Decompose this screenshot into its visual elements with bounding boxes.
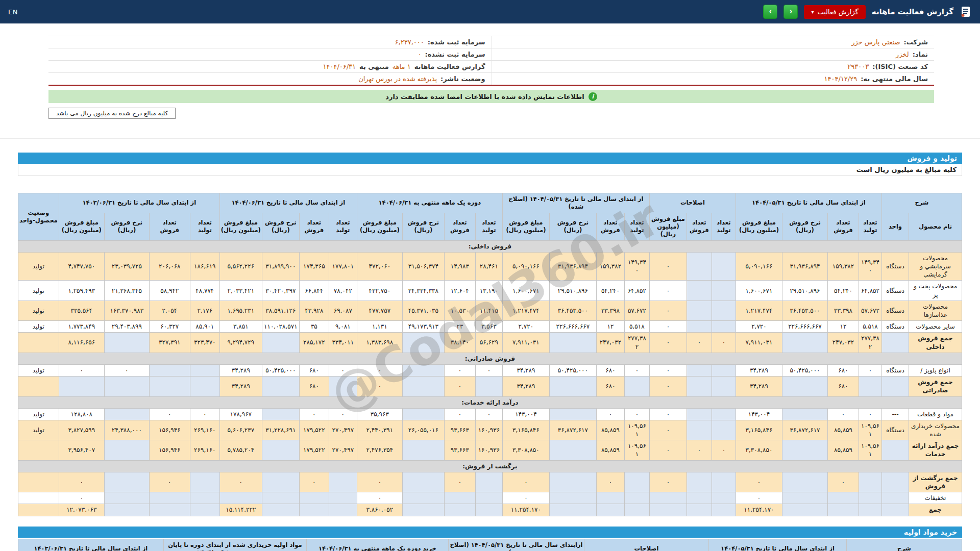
product-name-cell: جمع درآمد ارائه خدمات — [909, 440, 962, 460]
value-cell: ۲,۷۲۰ — [502, 321, 549, 333]
value-cell: ۲۷۷,۳۸۲ — [624, 333, 649, 353]
value-cell: ۶۹,۰۸۷ — [329, 300, 357, 320]
value-cell: ۵,۶۰۶,۲۳۷ — [219, 420, 262, 440]
value-cell: ۵۴,۲۴۰ — [827, 281, 859, 300]
table-row: جمع۱۱,۲۵۴,۱۷۰۱۱,۲۵۴,۱۷۰۳,۸۶۰,۰۵۲۱۵,۱۱۴,۲… — [18, 504, 962, 516]
value-cell: ۲۴۷,۰۳۲ — [596, 333, 624, 353]
report-type-button[interactable]: گزارش فعالیت ▾ — [804, 5, 865, 19]
value-cell: ۳۴,۲۸۹ — [502, 364, 549, 376]
header-cell: از ابتدای سال مالی تا تاریخ ۱۴۰۳/۰۶/۳۱ — [18, 539, 163, 551]
prev-report-button[interactable]: ‹ — [783, 5, 798, 19]
page-title: گزارش فعالیت ماهانه — [872, 7, 953, 16]
header-cell: شرح — [846, 539, 962, 551]
value-cell: ۱۶۳,۳۷۰,۹۸۳ — [104, 300, 149, 320]
value-cell — [712, 420, 736, 440]
header-cell: مبلغ فروش (میلیون ریال) — [736, 213, 782, 240]
value-cell — [549, 333, 596, 353]
header-cell: تعداد تولید — [190, 213, 219, 240]
info-label: نماد: — [913, 51, 928, 58]
value-cell: ۰ — [596, 472, 624, 492]
page-divider — [0, 138, 980, 139]
table-row: جمع درآمد ارائه خدمات۱۰۹,۵۶۱۸۵,۸۵۹۳,۳۰۸,… — [18, 440, 962, 460]
info-value: ۲۹۳۰۰۳ — [847, 63, 869, 70]
status-cell — [18, 333, 59, 353]
header-cell: تعداد فروش — [299, 213, 329, 240]
report-icon — [960, 6, 972, 18]
value-cell — [475, 492, 502, 504]
value-cell — [190, 364, 219, 376]
value-cell: ۳۱,۹۳۶,۸۹۴ — [549, 252, 596, 281]
value-cell: ۲۶,۰۵۵,۰۱۶ — [402, 420, 444, 440]
header-cell: تعداد فروش — [149, 213, 190, 240]
value-cell — [104, 333, 149, 353]
header-cell: تعداد تولید — [329, 213, 357, 240]
value-cell: ۱۰۹,۵۶۱ — [859, 420, 881, 440]
value-cell: ۳۸,۱۴۰ — [444, 333, 475, 353]
status-cell — [18, 504, 59, 516]
value-cell: ۰ — [649, 440, 687, 460]
value-cell — [549, 408, 596, 420]
value-cell: ۵,۰۹۰,۱۶۶ — [736, 252, 782, 281]
status-cell — [18, 440, 59, 460]
value-cell: ۱,۳۸۳,۶۹۸ — [357, 333, 402, 353]
value-cell: ۱۱,۲۵۴,۱۷۰ — [736, 504, 782, 516]
value-cell: ۰ — [827, 408, 859, 420]
info-value: پذيرفته شده در بورس تهران — [358, 75, 437, 83]
value-cell: ۴۷۲,۰۶۰ — [357, 252, 402, 281]
value-cell: ۵,۵۱۸ — [859, 321, 881, 333]
language-toggle[interactable]: EN — [8, 8, 18, 16]
value-cell: ۱۷۹,۵۲۲ — [299, 440, 329, 460]
product-name-cell: محصولات پخت و پز — [909, 281, 962, 300]
value-cell: ۱,۲۱۷,۴۷۴ — [736, 300, 782, 320]
status-cell: تولید — [18, 321, 59, 333]
value-cell: ۳,۳۰۸,۸۵۰ — [736, 440, 782, 460]
value-cell: ۲۲۶,۶۶۶,۶۶۷ — [549, 321, 596, 333]
value-cell: ۰ — [299, 408, 329, 420]
value-cell: ۰ — [649, 300, 687, 320]
value-cell: ۲۸۵,۱۷۲ — [299, 333, 329, 353]
product-name-cell: جمع فروش داخلی — [909, 333, 962, 353]
value-cell: ۲,۰۵۴ — [149, 300, 190, 320]
table-row: جمع برگشت از فروش۰۰۰۰۰۰۰۰۰۰۰ — [18, 472, 962, 492]
value-cell — [687, 420, 712, 440]
status-cell: تولید — [18, 300, 59, 320]
value-cell: ۱۵۹,۳۸۲ — [827, 252, 859, 281]
unit-cell: دستگاه — [881, 420, 909, 440]
value-cell — [262, 504, 299, 516]
value-cell: ۰ — [59, 364, 104, 376]
value-cell: ۲۱,۳۶۸,۳۴۵ — [104, 281, 149, 300]
value-cell — [782, 408, 827, 420]
value-cell — [712, 377, 736, 396]
value-cell — [149, 377, 190, 396]
value-cell: ۵,۵۶۲,۲۲۶ — [219, 252, 262, 281]
header-cell: مواد اولیه خریداری شده از ابتدای دوره تا… — [163, 539, 306, 551]
value-cell: ۲۶۹,۱۶۰ — [190, 420, 219, 440]
value-cell: ۰ — [104, 364, 149, 376]
value-cell: ۱,۷۷۳,۸۴۹ — [59, 321, 104, 333]
value-cell: ۳۳,۳۹۸ — [596, 300, 624, 320]
value-cell — [262, 492, 299, 504]
value-cell: ۶۸۰ — [596, 377, 624, 396]
value-cell: ۱۰۹,۵۶۱ — [624, 440, 649, 460]
header-cell: نام محصول — [909, 213, 962, 240]
value-cell: ۳۴,۳۳۴,۳۳۸ — [402, 281, 444, 300]
value-cell: ۲,۱۷۶ — [190, 300, 219, 320]
value-cell: ۵۸,۹۴۲ — [149, 281, 190, 300]
value-cell: ۳۱,۵۰۶,۳۷۴ — [402, 252, 444, 281]
value-cell — [549, 504, 596, 516]
value-cell: ۰ — [357, 364, 402, 376]
value-cell: ۲,۰۳۳,۴۲۱ — [219, 281, 262, 300]
value-cell — [687, 377, 712, 396]
value-cell — [859, 377, 881, 396]
value-cell — [687, 408, 712, 420]
header-cell: خرید دوره یک ماهه منتهی به ۱۴۰۴/۰۶/۳۱ — [306, 539, 448, 551]
value-cell: ۸,۱۱۶,۶۵۶ — [59, 333, 104, 353]
value-cell — [402, 492, 444, 504]
next-report-button[interactable]: › — [763, 5, 777, 19]
unit-cell — [881, 333, 909, 353]
value-cell: ۰ — [649, 321, 687, 333]
value-cell: ۱۵,۱۱۴,۲۲۲ — [219, 504, 262, 516]
value-cell — [712, 321, 736, 333]
value-cell: ۱۷۴,۳۶۵ — [299, 252, 329, 281]
value-cell: ۳۱,۹۳۶,۸۹۴ — [782, 252, 827, 281]
